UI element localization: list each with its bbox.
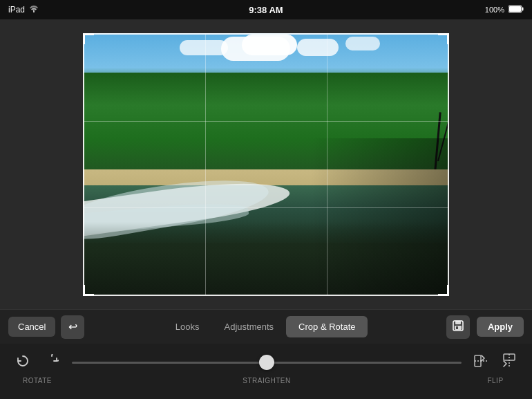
tab-crop-rotate[interactable]: Crop & Rotate: [286, 316, 368, 337]
slider-track: [72, 351, 462, 374]
flip-label: FLIP: [487, 377, 503, 384]
flip-horizontal-button[interactable]: [470, 351, 493, 374]
toolbar: Cancel ↩ Looks Adjustments Crop & Rotate: [0, 309, 532, 344]
battery-icon: [509, 5, 524, 15]
save-icon-button[interactable]: [446, 315, 470, 339]
rotate-buttons: [11, 351, 64, 374]
wifi-icon: [29, 5, 39, 15]
svg-rect-5: [455, 321, 461, 324]
toolbar-left: Cancel ↩: [8, 315, 84, 339]
battery-percent: 100%: [485, 6, 504, 14]
rotate-label: ROTATE: [23, 377, 52, 384]
rotate-ccw-icon: [16, 354, 30, 371]
flip-horizontal-icon: [474, 355, 489, 370]
flip-buttons: [470, 351, 521, 374]
tab-looks[interactable]: Looks: [163, 316, 212, 337]
flip-vertical-button[interactable]: [497, 351, 521, 374]
status-left: iPad: [8, 5, 39, 15]
status-time: 9:38 AM: [249, 5, 283, 15]
bottom-controls: ROTATE STRAIGHTEN: [0, 344, 532, 399]
tab-bar: Looks Adjustments Crop & Rotate: [163, 316, 368, 337]
crop-container: [83, 33, 449, 296]
straighten-area: STRAIGHTEN: [72, 351, 462, 384]
svg-point-0: [33, 11, 35, 12]
rotate-ccw-button[interactable]: [11, 351, 35, 374]
svg-rect-7: [456, 326, 458, 329]
beach-photo: [83, 33, 449, 296]
save-photo-icon: [453, 320, 464, 333]
carrier-label: iPad: [8, 5, 25, 15]
cancel-button[interactable]: Cancel: [8, 317, 55, 337]
undo-icon: ↩: [68, 320, 77, 333]
straighten-label: STRAIGHTEN: [243, 377, 290, 384]
rotate-controls: ROTATE: [11, 351, 64, 384]
status-bar: iPad 9:38 AM 100%: [0, 0, 532, 19]
toolbar-right: Apply: [446, 315, 524, 339]
rotate-cw-icon: [45, 354, 59, 371]
tab-adjustments[interactable]: Adjustments: [212, 316, 287, 337]
flip-vertical-icon: [503, 353, 515, 371]
straighten-slider[interactable]: [72, 362, 462, 364]
svg-rect-3: [509, 6, 521, 12]
status-right: 100%: [485, 5, 524, 15]
flip-controls: FLIP: [470, 351, 521, 384]
rotate-cw-button[interactable]: [40, 351, 64, 374]
undo-button[interactable]: ↩: [61, 315, 84, 339]
apply-button[interactable]: Apply: [477, 317, 524, 337]
photo-area: [0, 19, 532, 309]
svg-rect-2: [522, 8, 524, 11]
